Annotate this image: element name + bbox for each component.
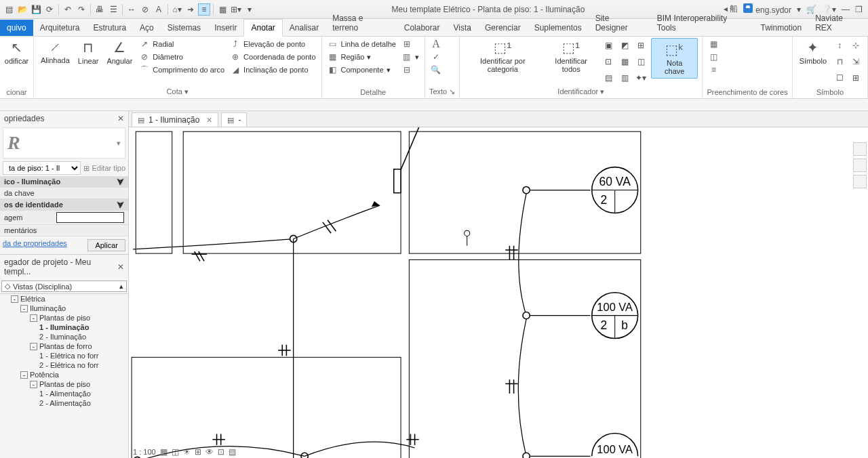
tag-by-category-button[interactable]: ⬚¹Identificar por categoria [464, 38, 541, 75]
section-icon[interactable]: ➜ [184, 3, 197, 16]
tag-tool-7[interactable]: ▤ [601, 70, 616, 85]
text-icon[interactable]: A [153, 3, 165, 16]
tree-node[interactable]: 2 - Alimentação [1, 398, 128, 408]
tree-toggle-icon[interactable]: - [30, 314, 37, 322]
spot-slope-button[interactable]: ◢Inclinação de ponto [229, 64, 317, 76]
scroll-up-icon[interactable]: ▴ [119, 282, 123, 291]
properties-close-icon[interactable]: ✕ [117, 114, 124, 123]
tree-node[interactable]: 2 - Elétrica no forr [1, 360, 128, 370]
apply-button[interactable]: Aplicar [87, 239, 125, 251]
sym-5[interactable]: ☐ [832, 70, 847, 85]
detail-misc1-button[interactable]: ⊞ [400, 38, 420, 50]
tree-toggle-icon[interactable]: - [20, 371, 28, 379]
component-button[interactable]: ◧Componente ▾ [326, 64, 397, 76]
sym-3[interactable]: ⊓ [832, 54, 847, 69]
sym-2[interactable]: ⊹ [848, 38, 863, 53]
tree-node[interactable]: -Iluminação [1, 304, 128, 313]
open-icon[interactable]: 📂 [16, 3, 28, 16]
tag-icon[interactable]: ⊘ [139, 3, 151, 16]
dim-aligned-button[interactable]: ⟋Alinhada [38, 38, 73, 66]
tag-all-button[interactable]: ⬚¹Identificar todos [544, 38, 598, 75]
tree-toggle-icon[interactable]: - [30, 381, 37, 388]
tag-tool-3[interactable]: ⊞ [633, 38, 648, 53]
ribbon-tab-suplementos[interactable]: Suplementos [528, 20, 589, 36]
doc-tab-active[interactable]: ▤ 1 - Iluminação ✕ [132, 112, 218, 127]
dim-radial-button[interactable]: ↗Radial [138, 38, 226, 50]
nav-1[interactable] [853, 142, 867, 156]
color-fill-3-button[interactable]: ≡ [707, 64, 720, 76]
spot-elevation-button[interactable]: ⤴Elevação de ponto [229, 38, 317, 50]
ribbon-tab-quivo[interactable]: quivo [0, 20, 33, 36]
tag-tool-5[interactable]: ▦ [617, 54, 632, 69]
tree-node[interactable]: -Elétrica [1, 294, 128, 304]
tree-node[interactable]: -Plantas de forro [1, 341, 128, 351]
edit-type-button[interactable]: ⊞ Editar tipo [83, 164, 125, 173]
properties-help-link[interactable]: da de propriedades [3, 239, 67, 251]
detail-line-button[interactable]: ▭Linha de detalhe [326, 38, 397, 50]
vb-7[interactable]: ▤ [229, 447, 236, 457]
browser-views-dropdown[interactable]: ◇ Vistas (Disciplina)▴ [1, 280, 127, 292]
dim-angular-button[interactable]: ∠Angular [104, 38, 135, 66]
detail-misc3-button[interactable]: ⊟ [400, 64, 420, 76]
qat-dropdown-icon[interactable]: ▾ [243, 3, 256, 16]
vb-4[interactable]: ⊞ [195, 447, 201, 457]
sym-1[interactable]: ↕ [832, 38, 847, 53]
sym-6[interactable]: ⊞ [848, 70, 863, 85]
tree-node[interactable]: -Plantas de piso [1, 313, 128, 322]
tab-close-icon[interactable]: ✕ [206, 116, 212, 125]
dim-diameter-button[interactable]: ⊘Diâmetro [138, 51, 226, 63]
dim-icon[interactable]: ↔ [125, 3, 138, 16]
tree-toggle-icon[interactable]: - [20, 305, 28, 312]
ribbon-tab-analisar[interactable]: Analisar [283, 20, 326, 36]
tree-node[interactable]: -Potência [1, 370, 128, 379]
vb-5[interactable]: 👁 [205, 447, 214, 457]
color-fill-2-button[interactable]: ◫ [707, 51, 720, 63]
ribbon-tab-aço[interactable]: Aço [133, 20, 161, 36]
detail-misc2-button[interactable]: ▥▾ [400, 51, 420, 63]
region-button[interactable]: ▦Região ▾ [326, 51, 397, 63]
tree-toggle-icon[interactable]: - [11, 295, 18, 303]
find-button[interactable]: 🔍 [429, 64, 443, 76]
tree-toggle-icon[interactable]: - [30, 343, 37, 350]
keynote-button[interactable]: ⬚ᵏNota chave [651, 38, 698, 79]
close-hidden-icon[interactable]: ▦ [216, 3, 229, 16]
tag-tool-6[interactable]: ◫ [633, 54, 648, 69]
doc-tab-new[interactable]: ▤- [221, 112, 247, 127]
vb-6[interactable]: ⊡ [218, 447, 224, 457]
thin-lines-icon[interactable]: ≡ [198, 3, 210, 16]
ribbon-tab-naviate-rex[interactable]: Naviate REX [808, 10, 868, 36]
tree-node[interactable]: 2 - Iluminação [1, 332, 128, 341]
tag-tool-2[interactable]: ◩ [617, 38, 632, 53]
ribbon-tab-arquitetura[interactable]: Arquitetura [33, 20, 87, 36]
vb-1[interactable]: ▦ [160, 447, 167, 457]
tag-tool-8[interactable]: ▥ [617, 70, 632, 85]
ribbon-tab-massa-e-terreno[interactable]: Massa e terreno [326, 10, 397, 36]
print-icon[interactable]: 🖶 [94, 3, 106, 16]
browser-close-icon[interactable]: ✕ [117, 262, 124, 272]
ribbon-tab-twinmotion[interactable]: Twinmotion [754, 20, 809, 36]
dim-arc-button[interactable]: ⌒Comprimento do arco [138, 64, 226, 76]
nav-3[interactable] [853, 175, 867, 188]
ribbon-tab-site-designer[interactable]: Site Designer [589, 10, 650, 36]
undo-icon[interactable]: ↶ [62, 3, 74, 16]
tag-tool-9[interactable]: ✦▾ [633, 70, 648, 85]
color-fill-1-button[interactable]: ▦ [707, 38, 720, 50]
tree-node[interactable]: 1 - Alimentação [1, 389, 128, 398]
3d-icon[interactable]: ⌂▾ [171, 3, 183, 16]
vb-2[interactable]: ◫ [172, 447, 179, 457]
user-dropdown-icon[interactable]: ▾ [797, 5, 801, 14]
spot-coordinate-button[interactable]: ⊕Coordenada de ponto [229, 51, 317, 63]
spellcheck-button[interactable]: ✓ [429, 51, 443, 63]
tree-node[interactable]: 1 - Elétrica no forr [1, 351, 128, 360]
tree-node[interactable]: 1 - Iluminação [1, 322, 128, 332]
dim-linear-button[interactable]: ⊓Linear [75, 38, 102, 66]
ribbon-tab-anotar[interactable]: Anotar [243, 19, 282, 37]
switch-windows-icon[interactable]: ⊞▾ [230, 3, 242, 16]
measure-icon[interactable]: ☰ [107, 3, 119, 16]
modify-button[interactable]: ↖ odificar [2, 38, 31, 66]
type-dropdown[interactable]: ta de piso: 1 - Il [3, 161, 81, 175]
sym-4[interactable]: ⇲ [848, 54, 863, 69]
ribbon-tab-sistemas[interactable]: Sistemas [161, 20, 208, 36]
text-button[interactable]: A [429, 38, 443, 50]
tag-tool-1[interactable]: ▣ [601, 38, 616, 53]
